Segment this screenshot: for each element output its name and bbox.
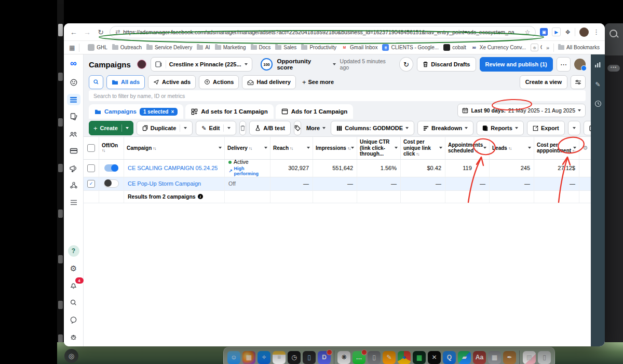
create-view-button[interactable]: Create a view [520,75,567,89]
site-settings-icon[interactable]: ⇄ [115,29,120,35]
duplicate-button[interactable]: Duplicate [137,121,193,135]
dock-notes-icon[interactable]: ≡ [273,351,286,364]
table-search-input[interactable]: Search to filter by name, ID or metrics [89,90,586,101]
chevron-down-icon[interactable] [483,147,486,149]
tab-ads[interactable]: Ads for 1 Campaign [276,104,354,119]
notifications-bell-icon[interactable]: 4 [67,279,80,291]
columns-button[interactable]: Columns: GODMODE [331,121,414,135]
extension-icon-light[interactable]: ▶ [552,27,561,36]
filter-had-delivery[interactable]: Had delivery [242,75,295,89]
chevron-down-icon[interactable] [333,63,336,65]
column-header-cost-per-unique-link-click[interactable]: Cost per unique link click [401,137,445,159]
dock-quicktime-icon[interactable]: Q [443,351,456,364]
dock-messages-icon[interactable]: … [353,351,365,364]
selected-count-badge[interactable]: 1 selected × [140,108,178,116]
dock-calculator-icon[interactable]: ▦ [488,351,501,364]
chevron-down-icon[interactable] [126,127,129,129]
apps-grid-icon[interactable]: ▦ [69,44,75,51]
ad-account-selector[interactable]: Crestline x Pinnacle (225... [151,57,252,72]
bookmark-item[interactable]: GHL [88,44,107,51]
business-assets-icon[interactable] [67,179,80,191]
chevron-down-icon[interactable] [184,127,187,129]
history-clock-icon[interactable] [594,100,602,108]
close-icon[interactable]: × [171,109,174,115]
bookmark-item[interactable]: Outreach [112,45,142,50]
chevron-down-icon[interactable] [439,147,442,149]
column-header-delivery[interactable]: Delivery [225,137,270,159]
meta-logo-icon[interactable]: ∞ [70,59,77,68]
column-header-reach[interactable]: Reach [270,137,313,159]
address-bar[interactable]: ⇄ https://adsmanager.facebook.com/adsman… [110,26,536,38]
column-header-unique-ctr[interactable]: Unique CTR (link click-through... [357,137,401,159]
profile-avatar[interactable] [579,27,589,37]
edit-button[interactable]: ✎ Edit [196,121,236,135]
dock-trash-icon[interactable]: ▯ [538,351,551,364]
chevron-down-icon[interactable] [351,147,354,149]
bookmark-item[interactable]: Productivity [301,45,336,50]
forward-button[interactable]: → [83,28,92,36]
row-checkbox[interactable]: ✓ [84,177,99,191]
dock-chatgpt-icon[interactable]: ❋ [337,351,350,364]
reload-button[interactable]: ↻ [96,28,105,36]
bookmark-item[interactable]: Marketing [215,45,246,50]
campaigns-nav-icon[interactable] [67,94,80,105]
dock-mouse-settings-icon[interactable]: ▯ [368,351,381,364]
all-bookmarks-button[interactable]: All Bookmarks [558,45,600,50]
dock-safari-icon[interactable]: ✧ [258,351,270,364]
dock-stocks-chart-icon[interactable]: ▆ [413,351,426,364]
dock-pencil-editor-icon[interactable]: ✎ [383,351,396,364]
filter-active-ads[interactable]: Active ads [148,75,196,89]
dock-launchpad-icon[interactable]: ▦ [242,351,255,364]
export-options-button[interactable] [568,121,580,135]
dock-clock-icon[interactable]: ◷ [288,351,301,364]
campaign-toggle[interactable] [99,160,124,177]
review-publish-button[interactable]: Review and publish (1) [480,57,553,72]
dock-bear-notes-icon[interactable]: ✒ [503,351,516,364]
breakdown-button[interactable]: Breakdown [417,121,473,135]
dock-finder-icon[interactable]: ☺ [227,351,240,364]
dock-chrome-icon[interactable]: ● [398,351,411,364]
user-avatar[interactable] [574,59,586,70]
export-button[interactable]: Export [527,121,565,135]
discard-drafts-button[interactable]: Discard Drafts [417,57,476,72]
filter-actions[interactable]: Actions [199,75,239,89]
campaign-name-link[interactable]: CE SCALING CAMPAIGN 05.24.25 [128,165,218,171]
analytics-bars-icon[interactable] [594,62,601,69]
column-header-appointments-scheduled[interactable]: Appointments scheduled [445,137,490,159]
ab-test-button[interactable]: A/B test [249,121,291,135]
dock-dictionary-icon[interactable]: Aa [473,351,486,364]
chevron-down-icon[interactable] [528,147,531,149]
row-checkbox[interactable] [84,160,99,177]
column-header-impressions[interactable]: Impressions [313,137,357,159]
all-tools-icon[interactable] [67,197,80,208]
chevron-down-icon[interactable] [573,147,576,149]
dock-iphone-mirroring-icon[interactable]: ▯ [303,351,316,364]
bookmark-item[interactable]: ◎OBJECTIONLESS.IO [531,44,542,51]
tab-campaigns[interactable]: Campaigns 1 selected × [89,104,183,119]
audiences-icon[interactable] [67,128,80,139]
view-settings-button[interactable] [571,75,586,89]
column-header-off-on[interactable]: Off/On↑↓ [99,137,124,159]
camera-overlay-button[interactable]: ◎ [64,349,78,363]
bookmark-item[interactable]: Service Delivery [146,45,192,50]
advertise-icon[interactable] [67,162,80,174]
search-filter-button[interactable] [89,75,103,89]
settings-gear-icon[interactable]: ⚙ [67,262,80,274]
tab-adsets[interactable]: Ad sets for 1 Campaign [185,104,273,119]
campaign-toggle[interactable] [99,177,124,191]
support-icon[interactable] [67,314,80,325]
more-button[interactable]: More [304,125,328,131]
bookmarks-overflow[interactable]: » [546,45,549,51]
column-header-leads[interactable]: Leads [490,137,534,159]
bookmark-star-icon[interactable]: ☆ [524,29,530,36]
chevron-down-icon[interactable] [307,147,310,149]
see-more-button[interactable]: + See more [299,78,337,86]
business-avatar[interactable] [137,60,146,69]
bookmark-item[interactable]: xeXe Currency Conv... [471,44,526,51]
info-icon[interactable]: i [198,194,203,199]
bookmark-item[interactable]: cobalt [443,44,466,51]
column-header-campaign[interactable]: Campaign [124,137,225,159]
chevron-down-icon[interactable] [264,147,267,149]
extension-icon-blue[interactable]: ▣ [540,28,548,36]
bookmark-item[interactable]: Sales [275,45,296,50]
